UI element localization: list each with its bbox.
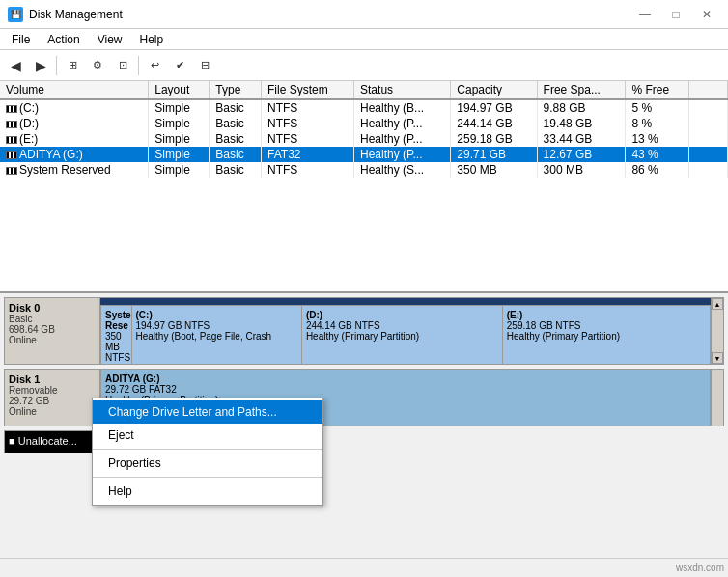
cell-volume: ADITYA (G:) — [0, 147, 149, 162]
partition-e[interactable]: (E:) 259.18 GB NTFS Healthy (Primary Par… — [503, 298, 710, 364]
cell-type: Basic — [210, 147, 262, 162]
col-status[interactable]: Status — [354, 81, 451, 99]
col-type[interactable]: Type — [210, 81, 262, 99]
ctx-separator2 — [93, 477, 322, 478]
unallocated-text: ■ Unallocate... — [9, 435, 77, 447]
cell-type: Basic — [210, 99, 262, 116]
col-freespace[interactable]: Free Spa... — [537, 81, 626, 99]
cell-freespace: 9.88 GB — [537, 99, 626, 116]
cell-layout: Simple — [149, 99, 210, 116]
disk1-name: Disk 1 — [9, 373, 96, 385]
toolbar-btn1[interactable]: ⊞ — [61, 54, 84, 77]
cell-volume: (C:) — [0, 99, 149, 116]
partition-sysreserved[interactable]: System Rese 350 MB NTFS Healthy (Syst — [101, 298, 132, 364]
toolbar-btn5[interactable]: ✔ — [168, 54, 191, 77]
disk1-type: Removable — [9, 385, 96, 396]
menu-action[interactable]: Action — [40, 31, 87, 48]
table-row[interactable]: System ReservedSimpleBasicNTFSHealthy (S… — [0, 162, 728, 178]
disk1-size: 29.72 GB — [9, 396, 96, 406]
menu-view[interactable]: View — [90, 31, 130, 48]
cell-pctfree: 86 % — [626, 162, 689, 178]
toolbar-back[interactable]: ◀ — [4, 54, 27, 77]
close-button[interactable]: ✕ — [693, 6, 720, 23]
col-filesystem[interactable]: File System — [262, 81, 354, 99]
app-icon: 💾 — [8, 7, 23, 22]
cell-extra — [689, 116, 728, 131]
toolbar-btn4[interactable]: ↩ — [143, 54, 166, 77]
volume-table: Volume Layout Type File System Status Ca… — [0, 81, 728, 178]
context-menu: Change Drive Letter and Paths... Eject P… — [92, 398, 323, 506]
disk0-size: 698.64 GB — [9, 324, 96, 335]
ctx-eject[interactable]: Eject — [93, 424, 322, 447]
cell-volume: (D:) — [0, 116, 149, 131]
cell-capacity: 29.71 GB — [451, 147, 537, 162]
watermark: wsxdn.com — [676, 563, 724, 573]
unallocated-label: ■ Unallocate... — [4, 430, 100, 453]
ctx-help[interactable]: Help — [93, 480, 322, 503]
toolbar-btn2[interactable]: ⚙ — [86, 54, 109, 77]
disk1-label: Disk 1 Removable 29.72 GB Online — [4, 369, 100, 426]
disk0-label: Disk 0 Basic 698.64 GB Online — [4, 297, 100, 365]
toolbar-btn6[interactable]: ⊟ — [193, 54, 216, 77]
disk0-partitions: System Rese 350 MB NTFS Healthy (Syst (C… — [100, 297, 711, 365]
window-controls: — □ ✕ — [631, 6, 720, 23]
cell-pctfree: 13 % — [626, 131, 689, 147]
cell-capacity: 350 MB — [451, 162, 537, 178]
table-row[interactable]: (E:)SimpleBasicNTFSHealthy (P...259.18 G… — [0, 131, 728, 147]
cell-fs: NTFS — [262, 99, 354, 116]
cell-volume: (E:) — [0, 131, 149, 147]
menu-bar: File Action View Help — [0, 29, 728, 50]
cell-layout: Simple — [149, 131, 210, 147]
status-bar: wsxdn.com — [0, 558, 728, 577]
cell-layout: Simple — [149, 116, 210, 131]
cell-type: Basic — [210, 131, 262, 147]
cell-freespace: 33.44 GB — [537, 131, 626, 147]
toolbar-forward[interactable]: ▶ — [29, 54, 52, 77]
table-row[interactable]: ADITYA (G:)SimpleBasicFAT32Healthy (P...… — [0, 147, 728, 162]
partition-d[interactable]: (D:) 244.14 GB NTFS Healthy (Primary Par… — [302, 298, 503, 364]
table-row[interactable]: (C:)SimpleBasicNTFSHealthy (B...194.97 G… — [0, 99, 728, 116]
title-bar: 💾 Disk Management — □ ✕ — [0, 0, 728, 29]
disk0-status: Online — [9, 335, 96, 345]
partition-c[interactable]: (C:) 194.97 GB NTFS Healthy (Boot, Page … — [132, 298, 302, 364]
col-capacity[interactable]: Capacity — [451, 81, 537, 99]
scroll-down[interactable]: ▼ — [712, 352, 723, 364]
cell-status: Healthy (P... — [354, 131, 451, 147]
col-layout[interactable]: Layout — [149, 81, 210, 99]
cell-capacity: 244.14 GB — [451, 116, 537, 131]
col-volume[interactable]: Volume — [0, 81, 149, 99]
cell-type: Basic — [210, 162, 262, 178]
cell-status: Healthy (S... — [354, 162, 451, 178]
cell-layout: Simple — [149, 162, 210, 178]
table-row[interactable]: (D:)SimpleBasicNTFSHealthy (P...244.14 G… — [0, 116, 728, 131]
ctx-properties[interactable]: Properties — [93, 452, 322, 475]
cell-layout: Simple — [149, 147, 210, 162]
cell-volume: System Reserved — [0, 162, 149, 178]
maximize-button[interactable]: □ — [662, 6, 689, 23]
cell-pctfree: 8 % — [626, 116, 689, 131]
col-extra[interactable] — [689, 81, 728, 99]
cell-fs: NTFS — [262, 116, 354, 131]
minimize-button[interactable]: — — [631, 6, 658, 23]
menu-file[interactable]: File — [4, 31, 38, 48]
cell-extra — [689, 147, 728, 162]
cell-freespace: 300 MB — [537, 162, 626, 178]
cell-freespace: 12.67 GB — [537, 147, 626, 162]
disk0-row: Disk 0 Basic 698.64 GB Online System Res… — [4, 297, 724, 365]
menu-help[interactable]: Help — [132, 31, 172, 48]
ctx-separator — [93, 449, 322, 450]
cell-type: Basic — [210, 116, 262, 131]
toolbar-btn3[interactable]: ⊡ — [111, 54, 134, 77]
cell-capacity: 194.97 GB — [451, 99, 537, 116]
cell-status: Healthy (P... — [354, 147, 451, 162]
disk-area-outer: Disk 0 Basic 698.64 GB Online System Res… — [0, 293, 728, 577]
app-title: Disk Management — [29, 8, 123, 21]
ctx-change-drive-letter[interactable]: Change Drive Letter and Paths... — [93, 400, 322, 424]
scroll-up[interactable]: ▲ — [712, 298, 723, 310]
cell-capacity: 259.18 GB — [451, 131, 537, 147]
col-pctfree[interactable]: % Free — [626, 81, 689, 99]
toolbar: ◀ ▶ ⊞ ⚙ ⊡ ↩ ✔ ⊟ — [0, 50, 728, 81]
cell-extra — [689, 131, 728, 147]
cell-fs: FAT32 — [262, 147, 354, 162]
disk0-name: Disk 0 — [9, 302, 96, 314]
